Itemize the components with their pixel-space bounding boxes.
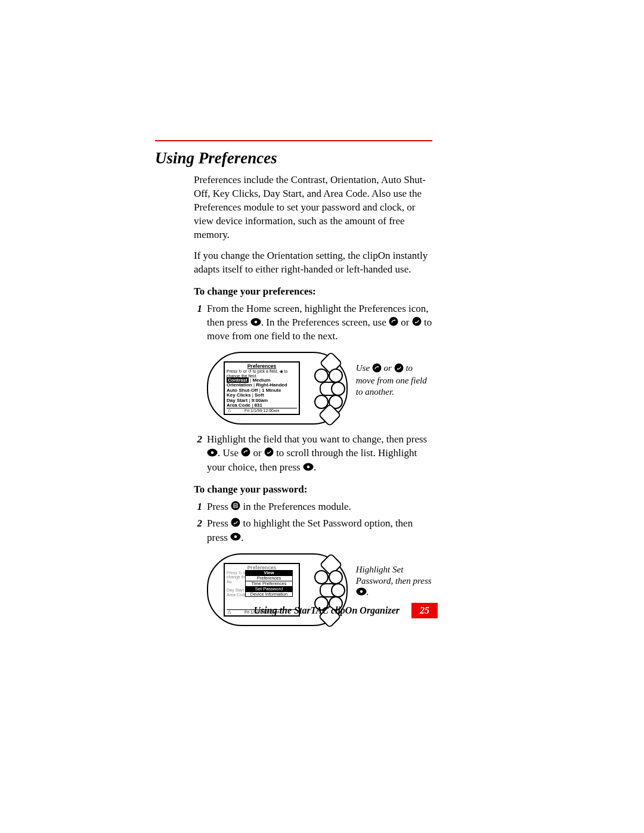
scroll-down-icon <box>264 447 274 461</box>
scroll-down-icon <box>412 317 422 330</box>
menu-button-icon <box>314 368 329 383</box>
step-text: in the Preferences module. <box>240 501 351 512</box>
screen-hint: Press ↻ or ↺ to pick a field, ◉ to chang… <box>227 369 297 378</box>
svg-point-9 <box>264 447 273 456</box>
step-2-change-prefs: 2 Highlight the field that you want to c… <box>194 433 432 475</box>
step-text: or <box>398 317 412 328</box>
device-screen: Preferences Press ↻ or ↺ to pick a field… <box>224 361 300 415</box>
footer-chapter-title: Using the StarTAC clipOn Organizer <box>254 604 412 617</box>
step-1-change-password: 1 Press in the Preferences module. <box>194 500 432 515</box>
svg-point-3 <box>412 317 421 326</box>
step-text: Highlight the field that you want to cha… <box>207 433 427 445</box>
intro-paragraph-1: Preferences include the Contrast, Orient… <box>194 174 432 242</box>
figure-caption: Highlight Set Password, then press . <box>356 564 432 598</box>
screen-title: Preferences <box>227 364 297 369</box>
scroll-up-button-icon <box>329 570 343 584</box>
svg-point-20 <box>360 590 363 593</box>
svg-point-5 <box>394 363 403 372</box>
select-icon <box>303 462 314 475</box>
screen-menu: View PreferencesTime PreferencesSet Pass… <box>245 570 293 597</box>
scroll-up-icon <box>389 317 398 330</box>
step-text: . <box>241 532 243 543</box>
scroll-down-icon <box>394 363 404 376</box>
step-2-change-password: 2 Press to highlight the Set Password op… <box>194 517 432 545</box>
svg-point-11 <box>307 465 309 467</box>
screen-status: △Fri 1/1/99 12:00ᴀᴍ <box>227 408 297 413</box>
intro-paragraph-2: If you change the Orientation setting, t… <box>194 249 432 277</box>
device-illustration: Preferences Press ↻ or ↺ to pick a field… <box>207 352 348 425</box>
figure-caption: Use or to move from one field to another… <box>356 363 432 397</box>
page-number-badge: 25 <box>411 603 438 618</box>
menu-button-icon <box>314 570 329 584</box>
scroll-up-icon <box>241 447 250 461</box>
step-text: . Use <box>218 447 241 459</box>
svg-point-4 <box>372 363 381 372</box>
svg-point-7 <box>211 451 213 454</box>
select-icon <box>356 587 367 599</box>
menu-icon <box>231 501 240 515</box>
svg-point-18 <box>234 535 237 538</box>
scroll-up-icon <box>372 363 382 376</box>
step-number: 1 <box>194 500 202 515</box>
select-icon <box>230 531 241 545</box>
figure-preferences-screen: Preferences Press ↻ or ↺ to pick a field… <box>207 352 432 425</box>
step-number: 1 <box>194 302 202 343</box>
step-1-change-prefs: 1 From the Home screen, highlight the Pr… <box>194 302 432 343</box>
svg-point-12 <box>231 501 240 510</box>
svg-point-1 <box>255 320 257 323</box>
scroll-down-button-icon <box>331 382 345 396</box>
scroll-up-button-icon <box>329 368 343 383</box>
step-text: Press <box>207 518 231 529</box>
subhead-change-preferences: To change your preferences: <box>194 285 432 299</box>
page-footer: Using the StarTAC clipOn Organizer 25 <box>0 603 644 618</box>
scroll-down-button-icon <box>331 583 345 597</box>
svg-point-16 <box>231 518 240 527</box>
scroll-down-icon <box>231 518 240 531</box>
step-text: or <box>250 447 264 459</box>
device-buttons <box>305 357 342 420</box>
select-icon <box>207 447 218 461</box>
section-rule <box>155 140 432 141</box>
menu-item: Device Information <box>246 592 292 597</box>
step-text: Press <box>207 501 231 512</box>
select-icon <box>250 317 261 330</box>
section-title: Using Preferences <box>155 147 489 169</box>
step-text: . In the Preferences screen, use <box>261 317 389 328</box>
step-text: . <box>314 462 316 473</box>
step-number: 2 <box>194 517 202 545</box>
step-number: 2 <box>194 433 202 475</box>
svg-point-8 <box>242 447 250 456</box>
subhead-change-password: To change your password: <box>194 483 432 497</box>
svg-point-2 <box>389 317 398 326</box>
